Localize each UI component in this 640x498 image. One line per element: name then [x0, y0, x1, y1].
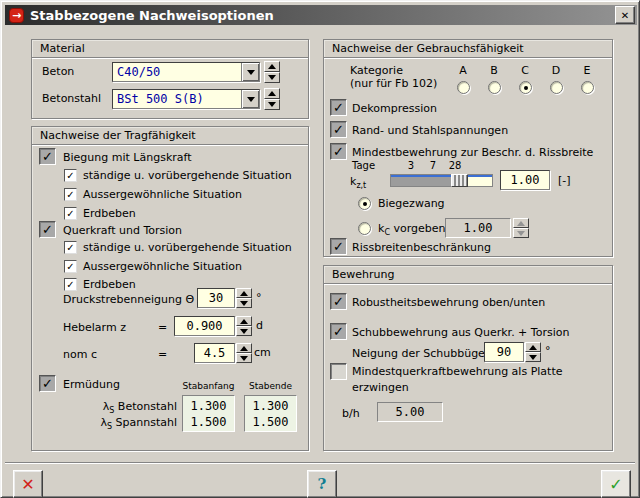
bh-label: b/h [342, 407, 360, 420]
material-group-title: Material [32, 40, 308, 58]
lambda-betonstahl-label: λS Betonstahl [32, 400, 177, 415]
spin-up-button[interactable] [264, 88, 280, 99]
hebelarm-field[interactable]: 0.900 [174, 316, 235, 336]
betonstahl-combobox[interactable]: BSt 500 S(B) [112, 89, 260, 109]
close-button[interactable]: ✕ [615, 6, 635, 24]
checkbox-querkraft[interactable]: ✓ [39, 221, 56, 238]
spin-up-button[interactable] [264, 61, 280, 72]
ermuedung-stabanfang-cells[interactable]: 1.300 1.500 [182, 395, 235, 432]
checkbox-robustheit[interactable]: ✓ [330, 293, 347, 310]
spin-up-button[interactable] [236, 288, 252, 298]
betonstahl-start-value[interactable]: 1.300 [183, 398, 234, 414]
triangle-up-icon [240, 291, 248, 296]
betonstahl-end-value[interactable]: 1.300 [245, 398, 296, 414]
nomc-spinner[interactable] [236, 343, 252, 363]
check-icon: ✓ [42, 376, 53, 391]
radio-kategorie-a[interactable] [457, 81, 470, 94]
gebrauchsfaehigkeit-group-title: Nachweise der Gebrauchsfähigkeit [324, 40, 612, 58]
checkbox-mindestquerkraft[interactable] [330, 363, 347, 380]
spin-down-button[interactable] [264, 72, 280, 83]
check-icon: ✓ [66, 261, 74, 272]
radio-dot [524, 86, 528, 90]
radio-kategorie-e[interactable] [581, 81, 594, 94]
check-icon: ✓ [333, 239, 344, 254]
checkbox-querkraft-erdbeben[interactable]: ✓ [64, 278, 77, 291]
cancel-x-icon: ✕ [21, 475, 34, 494]
check-icon: ✓ [66, 170, 74, 181]
betonstahl-label: Betonstahl [42, 92, 101, 105]
querkraft-staendig-label: ständige u. vorübergehende Situation [83, 241, 292, 254]
spin-down-button[interactable] [236, 326, 252, 336]
gebrauchsfaehigkeit-group: Nachweise der Gebrauchsfähigkeit Kategor… [323, 39, 613, 257]
checkbox-schubbewehrung[interactable]: ✓ [330, 323, 347, 340]
chevron-down-icon [247, 97, 255, 102]
spin-down-button[interactable] [525, 352, 541, 362]
spin-up-button [513, 218, 529, 228]
mindestquerkraft-label-line2: erzwingen [352, 381, 409, 394]
spannstahl-end-value[interactable]: 1.500 [245, 414, 296, 430]
ok-button[interactable]: ✓ [601, 470, 631, 498]
kzt-field[interactable]: 1.00 [500, 170, 550, 190]
neigung-spinner[interactable] [525, 342, 541, 362]
biegung-aussergewoehnlich-label: Aussergewöhnliche Situation [83, 188, 242, 201]
beton-value: C40/50 [113, 63, 241, 81]
slider-thumb[interactable] [451, 174, 468, 187]
beton-spinner[interactable] [264, 61, 280, 83]
radio-biegezwang[interactable] [358, 197, 371, 210]
nomc-field[interactable]: 4.5 [194, 343, 235, 363]
druckstrebe-spinner[interactable] [236, 288, 252, 308]
radio-kategorie-c[interactable] [519, 81, 532, 94]
bewehrung-group-title: Bewehrung [324, 266, 612, 284]
tragfaehigkeit-group: Nachweise der Tragfähigkeit ✓ Biegung mi… [31, 126, 309, 451]
checkbox-biegung[interactable]: ✓ [39, 148, 56, 165]
spin-up-button[interactable] [236, 316, 252, 326]
triangle-down-icon [240, 329, 248, 334]
spin-down-button[interactable] [236, 353, 252, 363]
radio-kc-vorgeben[interactable] [358, 222, 371, 235]
checkbox-ermuedung[interactable]: ✓ [39, 375, 56, 392]
biegung-erdbeben-label: Erdbeben [83, 207, 136, 220]
ermuedung-stabende-cells[interactable]: 1.300 1.500 [244, 395, 297, 432]
category-letter-a: A [450, 64, 476, 77]
checkbox-querkraft-staendig[interactable]: ✓ [64, 241, 77, 254]
druckstrebe-field[interactable]: 30 [197, 288, 235, 308]
spin-down-button[interactable] [236, 298, 252, 308]
betonstahl-dropdown-button[interactable] [241, 90, 259, 108]
material-group: Material Beton C40/50 Betonstahl BSt 500… [31, 39, 309, 119]
checkbox-biegung-staendig[interactable]: ✓ [64, 169, 77, 182]
spin-up-button[interactable] [525, 342, 541, 352]
checkbox-biegung-erdbeben[interactable]: ✓ [64, 207, 77, 220]
biegung-label: Biegung mit Längskraft [63, 151, 192, 164]
col-stabanfang: Stabanfang [182, 381, 235, 391]
check-icon: ✓ [333, 100, 344, 115]
radio-kategorie-b[interactable] [488, 81, 501, 94]
checkbox-rissbreite[interactable]: ✓ [330, 238, 347, 255]
kzt-slider[interactable] [390, 174, 493, 187]
neigung-unit: ° [545, 344, 551, 357]
help-button[interactable]: ? [307, 470, 337, 498]
betonstahl-value: BSt 500 S(B) [113, 90, 241, 108]
dialog-window: → Stabbezogene Nachweisoptionen ✕ Materi… [0, 0, 640, 498]
spin-down-button[interactable] [264, 99, 280, 110]
spannstahl-start-value[interactable]: 1.500 [183, 414, 234, 430]
betonstahl-spinner[interactable] [264, 88, 280, 110]
checkbox-biegung-aussergewoehnlich[interactable]: ✓ [64, 188, 77, 201]
radio-dot [363, 202, 367, 206]
beton-combobox[interactable]: C40/50 [112, 62, 260, 82]
triangle-down-icon [517, 231, 525, 236]
cancel-button[interactable]: ✕ [13, 470, 43, 498]
check-icon: ✓ [333, 324, 344, 339]
checkbox-randspannungen[interactable]: ✓ [330, 121, 347, 138]
title-bar[interactable]: → Stabbezogene Nachweisoptionen ✕ [5, 5, 637, 25]
hebelarm-spinner[interactable] [236, 316, 252, 336]
check-icon: ✓ [333, 294, 344, 309]
spin-up-button[interactable] [236, 343, 252, 353]
checkbox-querkraft-aussergewoehnlich[interactable]: ✓ [64, 260, 77, 273]
checkbox-dekompression[interactable]: ✓ [330, 99, 347, 116]
checkbox-mindestbewehrung[interactable]: ✓ [330, 143, 347, 160]
spin-down-button [513, 228, 529, 238]
beton-dropdown-button[interactable] [241, 63, 259, 81]
radio-kategorie-d[interactable] [550, 81, 563, 94]
bewehrung-group: Bewehrung ✓ Robustheitsbewehrung oben/un… [323, 265, 613, 451]
neigung-field[interactable]: 90 [484, 342, 524, 362]
